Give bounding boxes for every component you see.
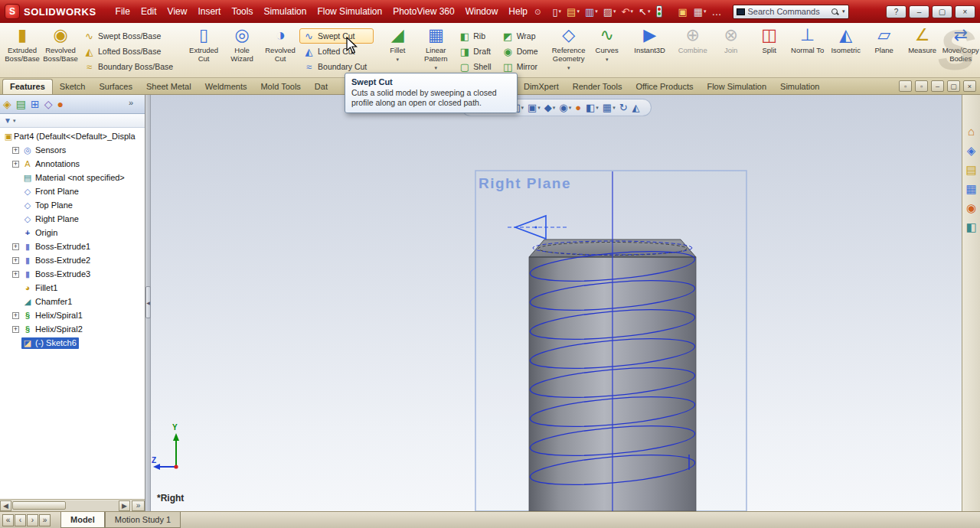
display-style-icon[interactable]: ◆ ▾ [544,102,557,113]
tree-expander[interactable] [12,285,19,292]
filter-funnel-icon[interactable]: ▼ [4,116,11,125]
minimize-button[interactable]: – [909,5,929,18]
command-tab[interactable]: Simulation [773,80,826,94]
propertymanager-tab-icon[interactable]: ▤ [16,98,26,110]
tree-expander[interactable] [12,174,19,181]
view-orientation-icon[interactable]: ▣ ▾ [527,102,541,113]
tree-expander[interactable] [12,188,19,195]
displaymanager-tab-icon[interactable]: ● [57,98,64,110]
menu-item[interactable]: Window [460,3,504,20]
file-properties-icon[interactable]: ▣ [675,5,690,18]
dropdown-arrow-icon[interactable]: ▾ [521,105,524,111]
ribbon-button[interactable]: ⊗ Join [712,24,750,77]
ribbon-button[interactable]: ◭ Isometric [827,24,865,77]
menu-item[interactable]: Tools [226,3,258,20]
tree-item[interactable]: + A Annotations [0,157,145,171]
filter-dropdown-icon[interactable]: ▾ [13,118,16,124]
ribbon-button[interactable]: ⊕ Combine [674,24,712,77]
ribbon-button[interactable]: ▮ Extruded Boss/Base [3,24,41,77]
new-document-icon[interactable]: ▯ ▾ [550,5,564,18]
ribbon-button[interactable]: ◇ Reference Geometry ▾ [550,24,588,77]
rotate-view-icon[interactable]: ↻ [619,102,629,113]
doc-window-icon-a[interactable]: ▫ [899,80,912,92]
command-tab[interactable]: Office Products [629,80,700,94]
tree-item[interactable]: ◪ (-) Sketch6 [0,336,145,350]
doc-restore-button[interactable]: ▢ [947,80,960,92]
hide-show-items-icon[interactable]: ◉ ▾ [558,102,572,113]
tree-item[interactable]: + § Helix/Spiral2 [0,322,145,336]
command-tab[interactable]: Flow Simulation [700,80,773,94]
ribbon-small-button[interactable]: ≈ Boundary Boss/Base [80,59,180,74]
ribbon-small-button[interactable]: ◭ Lofted Cut [299,44,374,59]
dropdown-arrow-icon[interactable]: ▾ [553,105,556,111]
panel-overflow-chevron[interactable]: » [129,98,133,107]
menu-pin-icon[interactable]: ⊙ [534,8,541,16]
menu-item[interactable]: Insert [192,3,226,20]
dropdown-arrow-icon[interactable]: ▾ [569,105,572,111]
dropdown-arrow-icon[interactable]: ▾ [612,105,616,111]
save-icon[interactable]: ▥ ▾ [583,5,600,18]
dropdown-arrow-icon[interactable]: ▾ [596,105,599,111]
ribbon-button[interactable]: ⇄ Move/Copy Bodies [942,24,980,77]
command-tab[interactable]: Weldments [198,80,254,94]
tree-expander[interactable]: + [12,147,19,154]
search-scope-icon[interactable] [737,8,745,15]
toolbar-overflow-icon[interactable]: … [710,5,725,18]
graphics-area[interactable]: ⊡ ⊞ ↶ ◫ ▾ ▣ [151,95,962,511]
doc-close-button[interactable]: × [963,80,976,92]
first-button[interactable]: « [2,514,14,526]
tree-expander[interactable]: + [12,161,19,168]
tree-expander[interactable]: + [12,326,19,333]
tree-item[interactable]: + ▮ Boss-Extrude2 [0,253,145,267]
command-tab[interactable]: Sketch [53,80,93,94]
search-icon[interactable] [831,8,839,16]
dropdown-arrow-icon[interactable]: ▾ [537,105,541,111]
command-tab[interactable]: Render Tools [566,80,629,94]
tree-expander[interactable] [12,230,19,236]
dropdown-arrow-icon[interactable]: ▾ [595,8,598,15]
command-tab[interactable]: Features [2,79,53,94]
scrollbar-track[interactable] [11,500,119,511]
tree-expander[interactable] [12,202,19,209]
dropdown-arrow-icon[interactable]: ▾ [704,8,707,15]
ribbon-button[interactable]: ▦ Linear Pattern ▾ [416,24,455,77]
next-button[interactable]: › [27,514,38,526]
doc-window-icon-b[interactable]: ▫ [915,80,928,92]
tree-item[interactable]: ◇ Front Plane [0,184,145,198]
command-tab[interactable]: Mold Tools [253,80,307,94]
options-icon[interactable]: ▦ ▾ [691,5,709,18]
ribbon-button[interactable]: ∿ Curves ▾ [588,24,626,77]
undo-icon[interactable]: ↶ ▾ [619,5,635,18]
splitter-grip[interactable]: ◀ [145,286,151,318]
ribbon-button[interactable]: ◑ Revolved Cut [261,24,299,77]
3d-drawing-view-icon[interactable]: ◭ [632,102,642,113]
search-input[interactable]: Search Commands [748,7,828,16]
view-settings-icon[interactable]: ▦ ▾ [602,102,616,113]
prev-button[interactable]: ‹ [15,514,26,526]
help-button[interactable]: ? [886,5,906,18]
ribbon-button[interactable]: ⊥ Normal To [789,24,827,77]
tree-item[interactable]: ◕ Fillet1 [0,281,145,295]
ribbon-small-button[interactable]: ◫ Mirror [498,59,545,74]
panel-expand-chevron[interactable]: » [132,500,145,511]
menu-item[interactable]: File [110,3,136,20]
ribbon-button[interactable]: ◢ Fillet ▾ [378,24,416,77]
menu-item[interactable]: View [162,3,193,20]
tree-item[interactable]: + ▮ Boss-Extrude3 [0,267,145,281]
ribbon-button[interactable]: ◫ Split [750,24,789,77]
tree-expander[interactable]: + [12,312,19,319]
tree-item[interactable]: + Origin [0,226,145,240]
ribbon-button[interactable]: ▱ Plane [865,24,903,77]
tree-item[interactable]: + § Helix/Spiral1 [0,308,145,322]
tree-item[interactable]: ◇ Top Plane [0,198,145,212]
apply-scene-icon[interactable]: ◧ ▾ [585,102,599,113]
ribbon-small-button[interactable]: ▢ Shell [455,59,498,74]
scroll-left-button[interactable]: ◀ [0,500,11,511]
ribbon-button[interactable]: ◎ Hole Wizard [223,24,261,77]
tree-item[interactable]: ◇ Right Plane [0,212,145,226]
ribbon-button[interactable]: ▶ Instant3D [631,24,669,77]
rebuild-stoplight-icon[interactable] [656,5,662,18]
ribbon-small-button[interactable]: ≈ Boundary Cut [299,59,374,74]
tree-expander[interactable] [12,340,19,347]
dropdown-arrow-icon[interactable]: ▾ [648,8,651,15]
